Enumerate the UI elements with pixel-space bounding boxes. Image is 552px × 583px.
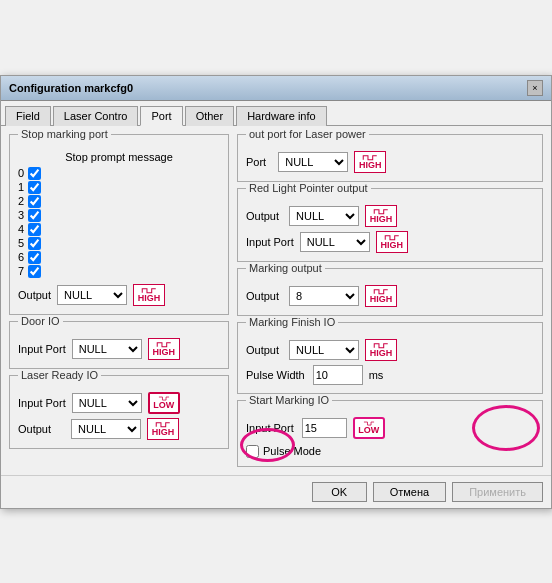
tab-port[interactable]: Port	[140, 106, 182, 126]
out-port-laser-group: out port for Laser power Port NULL01 HIG…	[237, 134, 543, 182]
marking-output-high-label: HIGH	[370, 295, 393, 305]
laser-ready-output-row: Output NULL01 HIGH	[18, 418, 220, 440]
tab-field[interactable]: Field	[5, 106, 51, 126]
marking-finish-title: Marking Finish IO	[246, 316, 338, 328]
red-light-group: Red Light Pointer output Output NULL01 H…	[237, 188, 543, 262]
close-button[interactable]: ×	[527, 80, 543, 96]
apply-button[interactable]: Применить	[452, 482, 543, 502]
marking-output-select[interactable]: 12345678	[289, 286, 359, 306]
tab-bar: Field Laser Contro Port Other Hardware i…	[1, 101, 551, 126]
laser-ready-output-select[interactable]: NULL01	[71, 419, 141, 439]
door-io-title: Door IO	[18, 315, 63, 327]
tab-laser-contro[interactable]: Laser Contro	[53, 106, 139, 126]
checkbox-row-2: 2	[18, 195, 220, 208]
start-marking-input-label: Input Port	[246, 422, 294, 434]
red-light-input-high-button[interactable]: HIGH	[376, 231, 408, 253]
stop-port-high-label: HIGH	[138, 294, 161, 304]
start-marking-input-field[interactable]	[302, 418, 347, 438]
checkbox-row-5: 5	[18, 237, 220, 250]
start-marking-low-button[interactable]: LOW	[353, 417, 385, 439]
marking-output-title: Marking output	[246, 262, 325, 274]
stop-port-output-label: Output	[18, 289, 51, 301]
cancel-button[interactable]: Отмена	[373, 482, 446, 502]
ok-button[interactable]: OK	[312, 482, 367, 502]
checkbox-7[interactable]	[28, 265, 41, 278]
pulse-mode-label: Pulse Mode	[263, 445, 321, 457]
checkbox-0-label: 0	[18, 167, 24, 179]
marking-finish-output-high-button[interactable]: HIGH	[365, 339, 397, 361]
red-light-output-high-label: HIGH	[370, 215, 393, 225]
stop-port-output-select[interactable]: NULL01	[57, 285, 127, 305]
out-port-laser-select[interactable]: NULL01	[278, 152, 348, 172]
checkbox-4-label: 4	[18, 223, 24, 235]
pulse-mode-checkbox[interactable]	[246, 445, 259, 458]
marking-finish-output-select[interactable]: NULL01	[289, 340, 359, 360]
marking-finish-pulse-row: Pulse Width ms	[246, 365, 534, 385]
laser-ready-io-group: Laser Ready IO Input Port NULL01 LOW Out…	[9, 375, 229, 449]
marking-finish-output-label: Output	[246, 344, 279, 356]
laser-ready-low-button[interactable]: LOW	[148, 392, 180, 414]
pulse-mode-row: Pulse Mode	[246, 445, 534, 458]
tab-hardware-info[interactable]: Hardware info	[236, 106, 326, 126]
tab-other[interactable]: Other	[185, 106, 235, 126]
stop-marking-port-group: Stop marking port Stop prompt message 0 …	[9, 134, 229, 315]
checkbox-2[interactable]	[28, 195, 41, 208]
checkbox-2-label: 2	[18, 195, 24, 207]
start-marking-low-label: LOW	[358, 426, 379, 436]
checkbox-row-6: 6	[18, 251, 220, 264]
red-light-input-label: Input Port	[246, 236, 294, 248]
stop-prompt-label: Stop prompt message	[18, 151, 220, 163]
door-io-high-button[interactable]: HIGH	[148, 338, 180, 360]
laser-ready-input-select[interactable]: NULL01	[72, 393, 142, 413]
start-marking-group: Start Marking IO Input Port LOW Pulse Mo…	[237, 400, 543, 467]
out-port-laser-high-label: HIGH	[359, 161, 382, 171]
marking-output-high-button[interactable]: HIGH	[365, 285, 397, 307]
door-io-group: Door IO Input Port NULL01 HIGH	[9, 321, 229, 369]
marking-finish-group: Marking Finish IO Output NULL01 HIGH Pul…	[237, 322, 543, 394]
red-light-input-select[interactable]: NULL01	[300, 232, 370, 252]
marking-finish-pulse-label: Pulse Width	[246, 369, 305, 381]
marking-output-group: Marking output Output 12345678 HIGH	[237, 268, 543, 316]
checkbox-1[interactable]	[28, 181, 41, 194]
checkbox-0[interactable]	[28, 167, 41, 180]
checkbox-3[interactable]	[28, 209, 41, 222]
marking-output-label: Output	[246, 290, 279, 302]
red-light-output-select[interactable]: NULL01	[289, 206, 359, 226]
checkbox-7-label: 7	[18, 265, 24, 277]
door-io-high-label: HIGH	[152, 348, 175, 358]
left-column: Stop marking port Stop prompt message 0 …	[9, 134, 229, 467]
checkbox-5[interactable]	[28, 237, 41, 250]
out-port-laser-row: Port NULL01 HIGH	[246, 151, 534, 173]
checkbox-row-1: 1	[18, 181, 220, 194]
stop-marking-port-title: Stop marking port	[18, 128, 111, 140]
laser-ready-output-label: Output	[18, 423, 51, 435]
bottom-bar: OK Отмена Применить	[1, 475, 551, 508]
checkbox-row-4: 4	[18, 223, 220, 236]
checkbox-row-3: 3	[18, 209, 220, 222]
title-bar: Configuration markcfg0 ×	[1, 76, 551, 101]
laser-ready-low-label: LOW	[153, 401, 174, 411]
marking-finish-output-high-label: HIGH	[370, 349, 393, 359]
checkbox-6-label: 6	[18, 251, 24, 263]
stop-port-output-row: Output NULL01 HIGH	[18, 284, 220, 306]
checkbox-row-7: 7	[18, 265, 220, 278]
red-light-title: Red Light Pointer output	[246, 182, 371, 194]
checkbox-6[interactable]	[28, 251, 41, 264]
main-content: Stop marking port Stop prompt message 0 …	[1, 126, 551, 475]
door-io-input-row: Input Port NULL01 HIGH	[18, 338, 220, 360]
red-light-output-high-button[interactable]: HIGH	[365, 205, 397, 227]
stop-port-output-high-button[interactable]: HIGH	[133, 284, 165, 306]
red-light-output-row: Output NULL01 HIGH	[246, 205, 534, 227]
start-marking-title: Start Marking IO	[246, 394, 332, 406]
out-port-laser-high-button[interactable]: HIGH	[354, 151, 386, 173]
out-port-laser-title: out port for Laser power	[246, 128, 369, 140]
checkbox-1-label: 1	[18, 181, 24, 193]
start-marking-input-row: Input Port LOW	[246, 417, 534, 439]
red-light-input-high-label: HIGH	[380, 241, 403, 251]
door-io-input-port-select[interactable]: NULL01	[72, 339, 142, 359]
pulse-width-input[interactable]	[313, 365, 363, 385]
checkbox-4[interactable]	[28, 223, 41, 236]
out-port-laser-port-label: Port	[246, 156, 266, 168]
checkbox-5-label: 5	[18, 237, 24, 249]
laser-ready-output-high-button[interactable]: HIGH	[147, 418, 179, 440]
